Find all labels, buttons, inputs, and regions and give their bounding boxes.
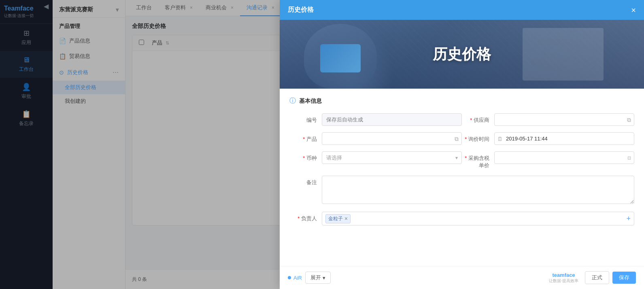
purchase-tax-input[interactable] bbox=[494, 151, 634, 164]
section-title: 基本信息 bbox=[299, 98, 322, 105]
field-purchase-tax: 采购含税单价 ⊡ bbox=[462, 151, 634, 169]
modal-hero: 历史价格 bbox=[280, 20, 644, 89]
notes-textarea[interactable] bbox=[322, 176, 634, 204]
field-currency: 币种 请选择 bbox=[289, 151, 462, 169]
supplier-field-content: ⧉ bbox=[494, 113, 634, 126]
aixin-dot bbox=[288, 276, 291, 279]
supplier-input-wrapper: ⧉ bbox=[494, 113, 634, 126]
supplier-label: 供应商 bbox=[462, 113, 494, 124]
expand-chevron-icon: ▾ bbox=[323, 275, 325, 281]
expand-label: 展开 bbox=[310, 274, 321, 281]
field-inquiry-time: 询价时间 🗓 bbox=[462, 132, 634, 145]
responsible-tag-input[interactable]: 金粒子 × + bbox=[322, 212, 634, 225]
footer-left: AiR 展开 ▾ bbox=[288, 272, 331, 284]
purchase-tax-field-content: ⊡ bbox=[494, 151, 634, 164]
product-input[interactable] bbox=[322, 132, 462, 145]
purchase-tax-icon: ⊡ bbox=[627, 155, 631, 160]
inquiry-time-input-wrapper: 🗓 bbox=[494, 132, 634, 145]
purchase-tax-label: 采购含税单价 bbox=[462, 151, 494, 169]
product-input-wrapper: ⧉ bbox=[322, 132, 462, 145]
modal-close-button[interactable]: × bbox=[631, 6, 636, 14]
modal-title: 历史价格 bbox=[288, 6, 314, 14]
section-info-icon: ⓘ bbox=[289, 97, 296, 105]
footer-right: teamface 让数据·提高效率 正式 保存 bbox=[549, 271, 636, 284]
responsible-field-content: 金粒子 × + bbox=[322, 212, 634, 225]
purchase-tax-input-wrapper: ⊡ bbox=[494, 151, 634, 164]
aixin-label: AiR bbox=[293, 275, 302, 281]
field-supplier: 供应商 ⧉ bbox=[462, 113, 634, 126]
responsible-tag: 金粒子 × bbox=[325, 214, 351, 223]
aixin-button[interactable]: AiR bbox=[288, 275, 302, 281]
product-label: 产品 bbox=[289, 132, 322, 143]
cancel-button[interactable]: 正式 bbox=[585, 271, 609, 284]
expand-button[interactable]: 展开 ▾ bbox=[305, 272, 331, 284]
notes-label: 备注 bbox=[289, 176, 322, 186]
field-number: 编号 bbox=[289, 113, 462, 126]
field-responsible: 负责人 金粒子 × + bbox=[289, 212, 634, 225]
modal-overlay: 历史价格 × 历史价格 ⓘ 基本信息 bbox=[0, 0, 644, 289]
modal-body: ⓘ 基本信息 编号 供应商 bbox=[280, 89, 644, 266]
product-field-content: ⧉ bbox=[322, 132, 462, 145]
form-row-3: 币种 请选择 采购含税单价 bbox=[289, 151, 634, 176]
number-field-content bbox=[322, 113, 462, 126]
tag-remove-button[interactable]: × bbox=[344, 216, 348, 221]
field-notes: 备注 bbox=[289, 176, 634, 205]
notes-field-content bbox=[322, 176, 634, 205]
supplier-link-icon[interactable]: ⧉ bbox=[627, 116, 631, 123]
supplier-input[interactable] bbox=[494, 113, 634, 126]
inquiry-time-field-content: 🗓 bbox=[494, 132, 634, 145]
modal-hero-title: 历史价格 bbox=[433, 45, 491, 64]
number-input[interactable] bbox=[322, 113, 462, 126]
currency-select[interactable]: 请选择 bbox=[322, 151, 462, 164]
teamface-brand: teamface 让数据·提高效率 bbox=[549, 272, 578, 284]
currency-field-content: 请选择 bbox=[322, 151, 462, 164]
form-row-1: 编号 供应商 ⧉ bbox=[289, 113, 634, 132]
modal-panel: 历史价格 × 历史价格 ⓘ 基本信息 bbox=[280, 0, 644, 289]
number-label: 编号 bbox=[289, 113, 322, 124]
tag-add-button[interactable]: + bbox=[626, 215, 631, 223]
inquiry-time-label: 询价时间 bbox=[462, 132, 494, 143]
responsible-label: 负责人 bbox=[289, 212, 322, 222]
form-row-2: 产品 ⧉ 询价时间 🗓 bbox=[289, 132, 634, 151]
modal-header: 历史价格 × bbox=[280, 0, 644, 20]
calendar-icon: 🗓 bbox=[497, 136, 503, 142]
inquiry-time-input[interactable] bbox=[494, 132, 634, 145]
save-button[interactable]: 保存 bbox=[612, 272, 636, 284]
field-product: 产品 ⧉ bbox=[289, 132, 462, 145]
modal-footer: AiR 展开 ▾ teamface 让数据·提高效率 正式 保存 bbox=[280, 266, 644, 289]
section-header: ⓘ 基本信息 bbox=[289, 97, 634, 105]
currency-label: 币种 bbox=[289, 151, 322, 162]
product-link-icon[interactable]: ⧉ bbox=[455, 135, 459, 142]
currency-select-wrapper: 请选择 bbox=[322, 151, 462, 164]
